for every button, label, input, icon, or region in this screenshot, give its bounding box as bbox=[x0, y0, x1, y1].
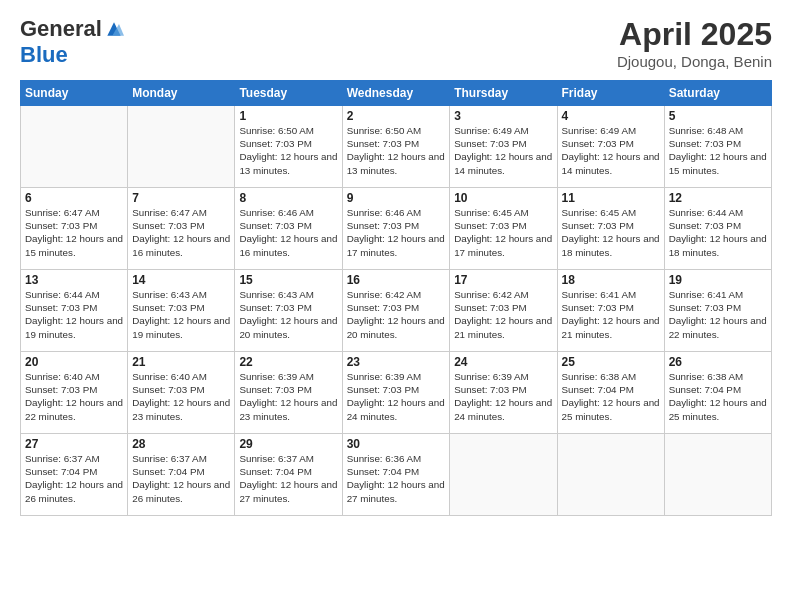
col-tuesday: Tuesday bbox=[235, 81, 342, 106]
cell-info: Sunrise: 6:41 AM Sunset: 7:03 PM Dayligh… bbox=[669, 288, 767, 341]
cell-date: 29 bbox=[239, 437, 337, 451]
cell-info: Sunrise: 6:40 AM Sunset: 7:03 PM Dayligh… bbox=[132, 370, 230, 423]
cell-info: Sunrise: 6:50 AM Sunset: 7:03 PM Dayligh… bbox=[239, 124, 337, 177]
cell-date: 7 bbox=[132, 191, 230, 205]
table-row bbox=[450, 434, 557, 516]
cell-date: 12 bbox=[669, 191, 767, 205]
table-row: 11Sunrise: 6:45 AM Sunset: 7:03 PM Dayli… bbox=[557, 188, 664, 270]
table-row bbox=[21, 106, 128, 188]
page-subtitle: Djougou, Donga, Benin bbox=[617, 53, 772, 70]
table-row: 14Sunrise: 6:43 AM Sunset: 7:03 PM Dayli… bbox=[128, 270, 235, 352]
cell-date: 18 bbox=[562, 273, 660, 287]
logo-icon bbox=[104, 19, 124, 39]
table-row: 22Sunrise: 6:39 AM Sunset: 7:03 PM Dayli… bbox=[235, 352, 342, 434]
table-row: 10Sunrise: 6:45 AM Sunset: 7:03 PM Dayli… bbox=[450, 188, 557, 270]
cell-info: Sunrise: 6:42 AM Sunset: 7:03 PM Dayligh… bbox=[454, 288, 552, 341]
calendar-table: Sunday Monday Tuesday Wednesday Thursday… bbox=[20, 80, 772, 516]
cell-date: 10 bbox=[454, 191, 552, 205]
cell-date: 14 bbox=[132, 273, 230, 287]
table-row: 5Sunrise: 6:48 AM Sunset: 7:03 PM Daylig… bbox=[664, 106, 771, 188]
table-row: 20Sunrise: 6:40 AM Sunset: 7:03 PM Dayli… bbox=[21, 352, 128, 434]
table-row: 28Sunrise: 6:37 AM Sunset: 7:04 PM Dayli… bbox=[128, 434, 235, 516]
table-row: 26Sunrise: 6:38 AM Sunset: 7:04 PM Dayli… bbox=[664, 352, 771, 434]
cell-date: 20 bbox=[25, 355, 123, 369]
table-row: 16Sunrise: 6:42 AM Sunset: 7:03 PM Dayli… bbox=[342, 270, 450, 352]
page-header: General Blue April 2025 Djougou, Donga, … bbox=[20, 16, 772, 70]
cell-date: 8 bbox=[239, 191, 337, 205]
cell-date: 26 bbox=[669, 355, 767, 369]
table-row: 24Sunrise: 6:39 AM Sunset: 7:03 PM Dayli… bbox=[450, 352, 557, 434]
cell-date: 16 bbox=[347, 273, 446, 287]
table-row: 9Sunrise: 6:46 AM Sunset: 7:03 PM Daylig… bbox=[342, 188, 450, 270]
cell-info: Sunrise: 6:43 AM Sunset: 7:03 PM Dayligh… bbox=[132, 288, 230, 341]
cell-date: 17 bbox=[454, 273, 552, 287]
cell-info: Sunrise: 6:40 AM Sunset: 7:03 PM Dayligh… bbox=[25, 370, 123, 423]
table-row bbox=[664, 434, 771, 516]
cell-info: Sunrise: 6:49 AM Sunset: 7:03 PM Dayligh… bbox=[454, 124, 552, 177]
cell-date: 28 bbox=[132, 437, 230, 451]
cell-info: Sunrise: 6:48 AM Sunset: 7:03 PM Dayligh… bbox=[669, 124, 767, 177]
cell-info: Sunrise: 6:45 AM Sunset: 7:03 PM Dayligh… bbox=[454, 206, 552, 259]
table-row: 12Sunrise: 6:44 AM Sunset: 7:03 PM Dayli… bbox=[664, 188, 771, 270]
cell-info: Sunrise: 6:46 AM Sunset: 7:03 PM Dayligh… bbox=[347, 206, 446, 259]
table-row: 25Sunrise: 6:38 AM Sunset: 7:04 PM Dayli… bbox=[557, 352, 664, 434]
table-row: 2Sunrise: 6:50 AM Sunset: 7:03 PM Daylig… bbox=[342, 106, 450, 188]
cell-info: Sunrise: 6:37 AM Sunset: 7:04 PM Dayligh… bbox=[132, 452, 230, 505]
cell-info: Sunrise: 6:37 AM Sunset: 7:04 PM Dayligh… bbox=[25, 452, 123, 505]
cell-info: Sunrise: 6:39 AM Sunset: 7:03 PM Dayligh… bbox=[347, 370, 446, 423]
logo: General Blue bbox=[20, 16, 124, 68]
col-saturday: Saturday bbox=[664, 81, 771, 106]
cell-date: 30 bbox=[347, 437, 446, 451]
cell-date: 13 bbox=[25, 273, 123, 287]
cell-date: 6 bbox=[25, 191, 123, 205]
cell-info: Sunrise: 6:45 AM Sunset: 7:03 PM Dayligh… bbox=[562, 206, 660, 259]
cell-date: 22 bbox=[239, 355, 337, 369]
cell-info: Sunrise: 6:42 AM Sunset: 7:03 PM Dayligh… bbox=[347, 288, 446, 341]
page-title: April 2025 bbox=[617, 16, 772, 53]
table-row: 19Sunrise: 6:41 AM Sunset: 7:03 PM Dayli… bbox=[664, 270, 771, 352]
logo-blue-text: Blue bbox=[20, 42, 68, 67]
cell-date: 27 bbox=[25, 437, 123, 451]
title-block: April 2025 Djougou, Donga, Benin bbox=[617, 16, 772, 70]
table-row: 3Sunrise: 6:49 AM Sunset: 7:03 PM Daylig… bbox=[450, 106, 557, 188]
cell-date: 2 bbox=[347, 109, 446, 123]
col-sunday: Sunday bbox=[21, 81, 128, 106]
table-row: 27Sunrise: 6:37 AM Sunset: 7:04 PM Dayli… bbox=[21, 434, 128, 516]
table-row: 6Sunrise: 6:47 AM Sunset: 7:03 PM Daylig… bbox=[21, 188, 128, 270]
col-monday: Monday bbox=[128, 81, 235, 106]
cell-info: Sunrise: 6:41 AM Sunset: 7:03 PM Dayligh… bbox=[562, 288, 660, 341]
cell-info: Sunrise: 6:36 AM Sunset: 7:04 PM Dayligh… bbox=[347, 452, 446, 505]
cell-date: 9 bbox=[347, 191, 446, 205]
table-row: 8Sunrise: 6:46 AM Sunset: 7:03 PM Daylig… bbox=[235, 188, 342, 270]
cell-date: 24 bbox=[454, 355, 552, 369]
cell-info: Sunrise: 6:49 AM Sunset: 7:03 PM Dayligh… bbox=[562, 124, 660, 177]
table-row: 18Sunrise: 6:41 AM Sunset: 7:03 PM Dayli… bbox=[557, 270, 664, 352]
table-row: 17Sunrise: 6:42 AM Sunset: 7:03 PM Dayli… bbox=[450, 270, 557, 352]
cell-info: Sunrise: 6:38 AM Sunset: 7:04 PM Dayligh… bbox=[669, 370, 767, 423]
cell-date: 19 bbox=[669, 273, 767, 287]
table-row: 7Sunrise: 6:47 AM Sunset: 7:03 PM Daylig… bbox=[128, 188, 235, 270]
table-row: 4Sunrise: 6:49 AM Sunset: 7:03 PM Daylig… bbox=[557, 106, 664, 188]
table-row: 23Sunrise: 6:39 AM Sunset: 7:03 PM Dayli… bbox=[342, 352, 450, 434]
table-row: 29Sunrise: 6:37 AM Sunset: 7:04 PM Dayli… bbox=[235, 434, 342, 516]
table-row: 1Sunrise: 6:50 AM Sunset: 7:03 PM Daylig… bbox=[235, 106, 342, 188]
table-row: 21Sunrise: 6:40 AM Sunset: 7:03 PM Dayli… bbox=[128, 352, 235, 434]
cell-info: Sunrise: 6:50 AM Sunset: 7:03 PM Dayligh… bbox=[347, 124, 446, 177]
cell-date: 11 bbox=[562, 191, 660, 205]
table-row: 15Sunrise: 6:43 AM Sunset: 7:03 PM Dayli… bbox=[235, 270, 342, 352]
table-row: 30Sunrise: 6:36 AM Sunset: 7:04 PM Dayli… bbox=[342, 434, 450, 516]
cell-info: Sunrise: 6:39 AM Sunset: 7:03 PM Dayligh… bbox=[239, 370, 337, 423]
cell-date: 23 bbox=[347, 355, 446, 369]
cell-info: Sunrise: 6:43 AM Sunset: 7:03 PM Dayligh… bbox=[239, 288, 337, 341]
cell-info: Sunrise: 6:46 AM Sunset: 7:03 PM Dayligh… bbox=[239, 206, 337, 259]
col-thursday: Thursday bbox=[450, 81, 557, 106]
cell-date: 25 bbox=[562, 355, 660, 369]
cell-info: Sunrise: 6:39 AM Sunset: 7:03 PM Dayligh… bbox=[454, 370, 552, 423]
cell-date: 21 bbox=[132, 355, 230, 369]
calendar-header-row: Sunday Monday Tuesday Wednesday Thursday… bbox=[21, 81, 772, 106]
cell-date: 15 bbox=[239, 273, 337, 287]
table-row: 13Sunrise: 6:44 AM Sunset: 7:03 PM Dayli… bbox=[21, 270, 128, 352]
cell-info: Sunrise: 6:38 AM Sunset: 7:04 PM Dayligh… bbox=[562, 370, 660, 423]
cell-info: Sunrise: 6:44 AM Sunset: 7:03 PM Dayligh… bbox=[25, 288, 123, 341]
cell-date: 3 bbox=[454, 109, 552, 123]
